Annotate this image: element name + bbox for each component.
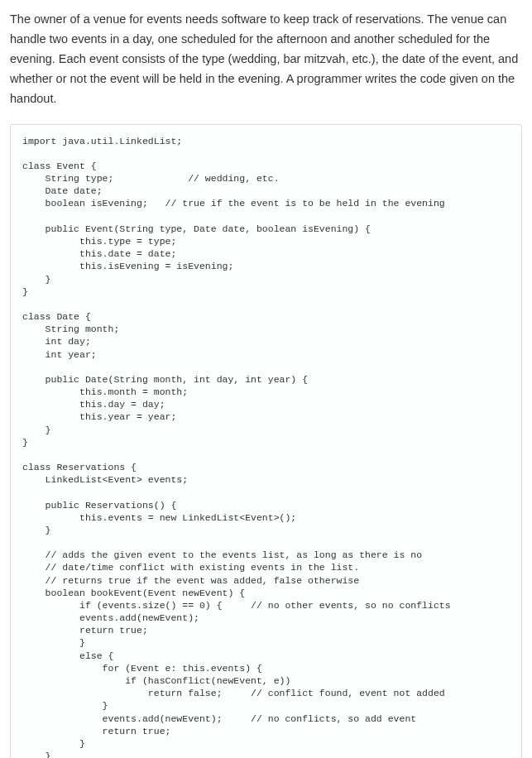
problem-description: The owner of a venue for events needs so… — [10, 10, 522, 109]
code-listing: import java.util.LinkedList; class Event… — [10, 124, 522, 758]
